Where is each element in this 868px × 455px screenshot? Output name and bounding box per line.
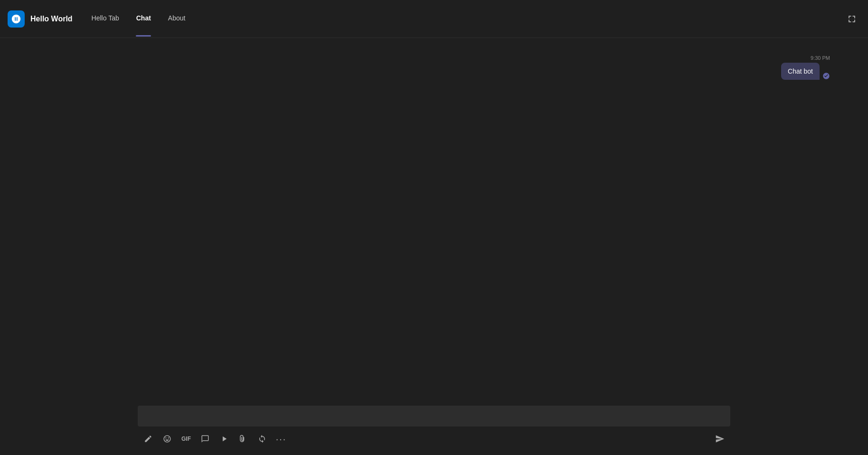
message-group: 9:30 PM Chat bot bbox=[781, 55, 830, 80]
sticker-button[interactable] bbox=[197, 430, 214, 447]
bottom-area: GIF bbox=[0, 402, 868, 455]
message-input[interactable] bbox=[138, 406, 730, 427]
tab-hello-tab[interactable]: Hello Tab bbox=[84, 0, 127, 38]
app-title: Hello World bbox=[30, 15, 73, 23]
toolbar-row: GIF bbox=[138, 430, 730, 447]
message-bubble: Chat bot bbox=[781, 63, 820, 80]
attachment-button[interactable] bbox=[235, 430, 252, 447]
chat-area: 9:30 PM Chat bot bbox=[0, 38, 868, 402]
header-right bbox=[843, 10, 860, 28]
gif-button[interactable]: GIF bbox=[178, 430, 195, 447]
app-logo bbox=[8, 10, 25, 28]
main-content: 9:30 PM Chat bot bbox=[0, 38, 868, 402]
emoji-button[interactable] bbox=[159, 430, 176, 447]
nav-tabs: Hello Tab Chat About bbox=[84, 0, 193, 38]
header: Hello World Hello Tab Chat About bbox=[0, 0, 868, 38]
message-time: 9:30 PM bbox=[811, 55, 830, 61]
message-status-icon bbox=[822, 72, 830, 80]
more-button[interactable]: ··· bbox=[273, 430, 290, 447]
expand-button[interactable] bbox=[843, 10, 860, 28]
toolbar-icons: GIF bbox=[140, 430, 711, 447]
message-row: Chat bot bbox=[781, 63, 830, 80]
send-button[interactable] bbox=[711, 430, 728, 447]
loop-button[interactable] bbox=[254, 430, 271, 447]
meet-button[interactable] bbox=[216, 430, 233, 447]
tab-chat[interactable]: Chat bbox=[129, 0, 159, 38]
tab-about[interactable]: About bbox=[160, 0, 193, 38]
format-button[interactable] bbox=[140, 430, 157, 447]
